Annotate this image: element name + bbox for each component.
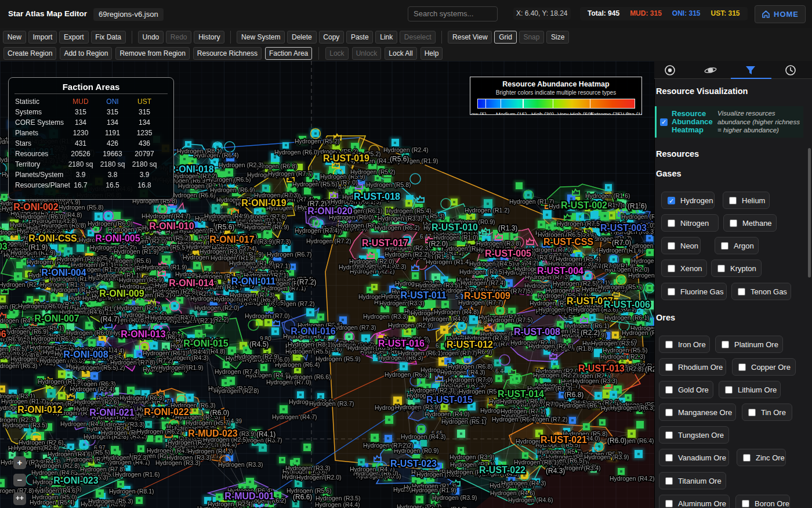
svg-text:Hydrogen (R2.3): Hydrogen (R2.3)	[219, 161, 264, 168]
svg-text:Hydrogen (R3.5): Hydrogen (R3.5)	[591, 340, 636, 347]
svg-text:Hydrogen (R5.4): Hydrogen (R5.4)	[30, 499, 75, 506]
svg-text:Hydrogen (R7.2): Hydrogen (R7.2)	[306, 237, 351, 244]
svg-text:Hydrogen (R5.8): Hydrogen (R5.8)	[59, 204, 104, 211]
svg-text:Hydrogen (R7.2): Hydrogen (R7.2)	[363, 442, 408, 449]
svg-text:R-ONI-023: R-ONI-023	[53, 475, 98, 485]
svg-text:Hydrogen (R2.6): Hydrogen (R2.6)	[74, 398, 119, 405]
svg-text:Hydrogen (R4.6): Hydrogen (R4.6)	[490, 489, 535, 496]
svg-text:Hydrogen (R2.7): Hydrogen (R2.7)	[117, 304, 162, 311]
svg-text:(R4.7): (R4.7)	[100, 315, 119, 323]
svg-text:R-ONI-012: R-ONI-012	[17, 405, 62, 415]
svg-text:Hydrogen (R2.4): Hydrogen (R2.4)	[208, 500, 253, 507]
svg-text:R-UST-005: R-UST-005	[485, 248, 531, 258]
svg-text:(R1.9): (R1.9)	[28, 243, 48, 251]
svg-text:Hydrogen (R4.7): Hydrogen (R4.7)	[146, 212, 191, 219]
svg-text:Hydrogen (R2.3): Hydrogen (R2.3)	[600, 353, 646, 360]
svg-text:R-UST-017: R-UST-017	[362, 238, 408, 248]
svg-text:Hydrogen (R5.5): Hydrogen (R5.5)	[292, 181, 338, 188]
svg-text:R-ONI-004: R-ONI-004	[41, 268, 86, 278]
svg-text:Hydrogen (R7.3): Hydrogen (R7.3)	[331, 324, 376, 331]
svg-text:R-UST-006: R-UST-006	[604, 300, 650, 309]
svg-text:Hydrogen (R6.0): Hydrogen (R6.0)	[18, 302, 63, 309]
svg-text:Hydrogen (R2.8): Hydrogen (R2.8)	[35, 462, 80, 469]
svg-text:Hydrogen (R6.3): Hydrogen (R6.3)	[610, 404, 654, 411]
svg-text:Hydrogen (R5.4): Hydrogen (R5.4)	[386, 207, 432, 214]
svg-text:Hydrogen (R2.4): Hydrogen (R2.4)	[383, 146, 429, 153]
svg-text:Hydrogen (R4.7): Hydrogen (R4.7)	[272, 413, 317, 420]
svg-text:R-UST-013: R-UST-013	[578, 363, 625, 373]
svg-text:Hydrogen (R5.8): Hydrogen (R5.8)	[366, 181, 411, 188]
svg-text:R-ONI-014: R-ONI-014	[169, 278, 213, 288]
svg-text:Hydrogen (R6.9): Hydrogen (R6.9)	[3, 328, 49, 335]
svg-text:R-UST-022: R-UST-022	[479, 465, 525, 475]
svg-text:Hydrogen (R7.4): Hydrogen (R7.4)	[295, 227, 340, 234]
svg-text:Hydrogen (R2.0): Hydrogen (R2.0)	[296, 474, 342, 481]
svg-text:Hydrogen (R3.7): Hydrogen (R3.7)	[309, 400, 354, 407]
svg-text:Hydrogen (R3.3): Hydrogen (R3.3)	[218, 461, 263, 468]
svg-text:Hydrogen (R5.2): Hydrogen (R5.2)	[295, 138, 340, 145]
svg-text:Hydrogen (R6.2): Hydrogen (R6.2)	[375, 224, 420, 231]
svg-text:R-ONI-003: R-ONI-003	[0, 242, 8, 251]
svg-text:Hydrogen (R4.8): Hydrogen (R4.8)	[434, 308, 479, 315]
svg-text:Hydrogen (R5.7): Hydrogen (R5.7)	[598, 283, 643, 290]
svg-text:Hydrogen (R2.4): Hydrogen (R2.4)	[70, 385, 115, 392]
svg-text:Hydrogen (R2.2): Hydrogen (R2.2)	[385, 251, 430, 258]
svg-text:R-MUD-001: R-MUD-001	[224, 491, 274, 501]
svg-text:(R6.8): (R6.8)	[564, 391, 583, 399]
svg-text:Hydrogen (R2.1): Hydrogen (R2.1)	[631, 257, 654, 264]
svg-text:Hydrogen (R7.9): Hydrogen (R7.9)	[628, 272, 654, 279]
svg-text:Hydrogen (R6.1): Hydrogen (R6.1)	[398, 350, 443, 356]
svg-text:R-UST-016: R-UST-016	[378, 338, 425, 348]
svg-text:(R2.2): (R2.2)	[581, 329, 600, 337]
svg-text:Hydrogen (R2.9): Hydrogen (R2.9)	[388, 322, 433, 329]
svg-text:Hydrogen (R2.6): Hydrogen (R2.6)	[528, 343, 574, 350]
svg-text:R-UST-010: R-UST-010	[432, 222, 478, 232]
svg-text:R-UST-014: R-UST-014	[498, 389, 544, 399]
svg-text:Hydrogen (R6.6): Hydrogen (R6.6)	[286, 373, 331, 380]
svg-text:R-UST-018: R-UST-018	[354, 192, 400, 201]
svg-text:Hydrogen (R8.1): Hydrogen (R8.1)	[288, 341, 333, 348]
svg-text:Hydrogen (R5.1): Hydrogen (R5.1)	[441, 418, 487, 425]
svg-text:Hydrogen (R2.3): Hydrogen (R2.3)	[103, 454, 148, 461]
svg-text:Hydrogen (R6.0): Hydrogen (R6.0)	[66, 329, 111, 336]
svg-text:Hydrogen (R4.5): Hydrogen (R4.5)	[469, 260, 514, 267]
svg-text:Hydrogen (R6.8): Hydrogen (R6.8)	[57, 255, 102, 262]
svg-text:Hydrogen (R6.5): Hydrogen (R6.5)	[0, 345, 27, 352]
svg-text:Hydrogen (R1.9): Hydrogen (R1.9)	[229, 260, 274, 266]
svg-text:Hydrogen (R6.4): Hydrogen (R6.4)	[492, 416, 537, 423]
svg-text:R-ONI-017: R-ONI-017	[209, 235, 254, 244]
svg-text:Hydrogen (R6.1): Hydrogen (R6.1)	[559, 402, 604, 409]
svg-text:Hydrogen (R6.9): Hydrogen (R6.9)	[210, 186, 255, 193]
svg-text:Hydrogen (R1.9): Hydrogen (R1.9)	[114, 248, 159, 255]
svg-text:Hydrogen (R7.5): Hydrogen (R7.5)	[488, 316, 533, 323]
svg-text:Hydrogen (R2.0): Hydrogen (R2.0)	[349, 258, 394, 265]
svg-text:Hydrogen (R4.9): Hydrogen (R4.9)	[204, 212, 249, 219]
svg-text:(R6.0): (R6.0)	[607, 437, 626, 445]
svg-text:R-UST-004: R-UST-004	[537, 266, 583, 276]
svg-text:Hydrogen (R6.1): Hydrogen (R6.1)	[604, 314, 650, 321]
svg-text:R-UST-021: R-UST-021	[541, 435, 587, 445]
svg-text:Hydrogen (R3.3): Hydrogen (R3.3)	[379, 300, 425, 307]
svg-text:Hydrogen (R7.8): Hydrogen (R7.8)	[110, 359, 155, 366]
svg-text:Hydrogen (R6.8): Hydrogen (R6.8)	[119, 394, 165, 401]
svg-text:Hydrogen (R1.9): Hydrogen (R1.9)	[142, 264, 187, 271]
svg-text:R-ONI-005: R-ONI-005	[95, 233, 140, 243]
svg-text:R-ONI-016: R-ONI-016	[291, 326, 335, 336]
svg-text:(R7.0): (R7.0)	[612, 239, 631, 247]
svg-text:Hydrogen (R1.7): Hydrogen (R1.7)	[509, 198, 554, 205]
svg-text:Hydrogen (R7.0): Hydrogen (R7.0)	[448, 376, 493, 383]
svg-text:R-UST-008: R-UST-008	[514, 327, 560, 337]
svg-text:R-UST-002: R-UST-002	[561, 200, 607, 210]
svg-text:Hydrogen (R6.3): Hydrogen (R6.3)	[0, 362, 38, 369]
svg-text:Hydrogen (R4.5): Hydrogen (R4.5)	[0, 317, 38, 324]
svg-text:Hydrogen (R4.7): Hydrogen (R4.7)	[150, 314, 195, 321]
svg-text:R-ONI-009: R-ONI-009	[99, 289, 144, 298]
svg-text:Hydrogen (R3.5): Hydrogen (R3.5)	[316, 495, 361, 502]
svg-text:Hydrogen (R7.4): Hydrogen (R7.4)	[461, 279, 506, 286]
svg-text:Hydrogen (R1.9): Hydrogen (R1.9)	[38, 378, 83, 385]
svg-text:R-ONI-018: R-ONI-018	[169, 164, 213, 174]
svg-text:R-ONI-006: R-ONI-006	[0, 329, 6, 339]
svg-text:Hydrogen (R3.3): Hydrogen (R3.3)	[363, 313, 408, 320]
svg-text:R-UST-CSS: R-UST-CSS	[543, 237, 594, 247]
svg-text:Hydrogen (R2.8): Hydrogen (R2.8)	[214, 387, 259, 394]
